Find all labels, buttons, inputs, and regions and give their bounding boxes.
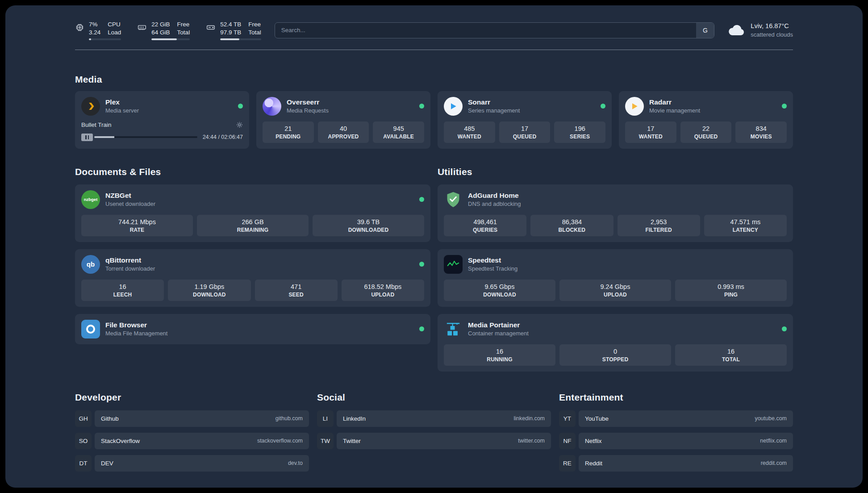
status-online-dot	[782, 326, 787, 331]
overseerr-card[interactable]: Overseerr Media Requests 21PENDING 40APP…	[256, 91, 430, 149]
memory-total-value: 64 GiB	[151, 29, 170, 37]
search-bar: G	[275, 22, 715, 38]
nzbget-card[interactable]: nzbget NZBGet Usenet downloader 744.21 M…	[75, 184, 430, 242]
stat-value: 47.571 ms	[706, 218, 785, 226]
top-bar: 7%3.24 CPULoad 22 GiB64 GiB Fr	[75, 5, 793, 40]
filebrowser-card[interactable]: File Browser Media File Management	[75, 314, 430, 344]
app-subtitle: Usenet downloader	[105, 201, 155, 207]
memory-progress-bar	[151, 38, 190, 40]
stat-value: 17	[627, 125, 675, 132]
hard-drive-icon	[206, 23, 216, 32]
sonarr-card[interactable]: Sonarr Series management 485WANTED 17QUE…	[438, 91, 612, 149]
app-subtitle: Media server	[105, 107, 139, 114]
stat-value: 2,953	[619, 218, 698, 226]
playback-progress: 24:44 / 02:06:47	[81, 134, 243, 141]
stat-box: 485WANTED	[444, 121, 495, 143]
app-name: Radarr	[649, 98, 700, 106]
stat-value: 266 GB	[199, 218, 307, 226]
stat-box: 2,953FILTERED	[618, 215, 700, 236]
bookmark-name: DEV	[101, 460, 113, 467]
adguard-card[interactable]: AdGuard Home DNS and adblocking 498,461Q…	[438, 184, 793, 242]
cpu-value: 7%	[89, 21, 100, 29]
bookmark-abbr: GH	[75, 410, 92, 427]
bookmark-twitter[interactable]: TW Twittertwitter.com	[317, 433, 551, 449]
memory-free-label: Free	[177, 21, 190, 29]
speedtest-card[interactable]: Speedtest Speedtest Tracking 9.65 GbpsDO…	[438, 249, 793, 307]
stat-value: 21	[264, 125, 312, 132]
disk-total-label: Total	[248, 29, 261, 37]
app-name: File Browser	[105, 321, 167, 329]
portainer-card[interactable]: Media Portainer Container management 16R…	[438, 314, 793, 372]
bookmark-abbr: NF	[559, 433, 576, 449]
weather-location: Lviv, 16.87°C	[751, 22, 793, 31]
app-name: Speedtest	[468, 256, 517, 264]
bookmark-name: Reddit	[585, 460, 602, 467]
stat-box: 9.65 GbpsDOWNLOAD	[444, 280, 555, 301]
stat-box: 618.52 MbpsUPLOAD	[342, 280, 424, 301]
section-title-media: Media	[75, 74, 793, 85]
disk-total-value: 97.9 TB	[220, 29, 241, 37]
bookmark-name: Twitter	[343, 438, 361, 444]
filebrowser-icon	[81, 320, 100, 338]
bookmark-url: reddit.com	[761, 460, 787, 466]
bookmark-url: linkedin.com	[514, 415, 545, 422]
stat-box: 498,461QUERIES	[444, 215, 526, 236]
stat-box: 39.6 TBDOWNLOADED	[313, 215, 424, 236]
app-subtitle: Torrent downloader	[105, 265, 155, 272]
stat-label: UPLOAD	[561, 292, 669, 298]
bookmark-stackoverflow[interactable]: SO StackOverflowstackoverflow.com	[75, 433, 309, 449]
stat-label: DOWNLOAD	[446, 292, 554, 298]
status-online-dot	[419, 104, 424, 109]
stat-label: RUNNING	[446, 356, 554, 363]
bookmark-linkedin[interactable]: LI LinkedInlinkedin.com	[317, 410, 551, 427]
memory-monitor: 22 GiB64 GiB FreeTotal	[137, 21, 190, 40]
stat-box: 16TOTAL	[675, 344, 787, 366]
app-subtitle: Speedtest Tracking	[468, 265, 517, 272]
bookmark-youtube[interactable]: YT YouTubeyoutube.com	[559, 410, 793, 427]
qbittorrent-card[interactable]: qb qBittorrent Torrent downloader 16LEEC…	[75, 249, 430, 307]
stat-box: 16LEECH	[81, 280, 164, 301]
stat-value: 17	[501, 125, 549, 132]
sonarr-icon	[444, 97, 463, 116]
cpu-progress-bar	[89, 38, 121, 40]
search-input[interactable]	[275, 22, 715, 38]
bookmark-abbr: LI	[317, 410, 334, 427]
stat-label: MOVIES	[737, 134, 785, 140]
cpu-label: CPU	[108, 21, 121, 29]
bookmark-url: twitter.com	[518, 438, 545, 444]
stat-label: QUERIES	[446, 227, 525, 233]
stat-value: 0	[561, 348, 669, 355]
stat-box: 40APPROVED	[318, 121, 369, 143]
status-online-dot	[782, 104, 787, 109]
stat-box: 21PENDING	[263, 121, 314, 143]
bookmark-github[interactable]: GH Githubgithub.com	[75, 410, 309, 427]
nzbget-icon: nzbget	[81, 190, 100, 209]
pause-button[interactable]	[81, 134, 93, 141]
stat-box: 86,384BLOCKED	[530, 215, 613, 236]
stat-label: SEED	[257, 292, 336, 298]
status-online-dot	[419, 262, 424, 267]
plex-card[interactable]: Plex Media server Bullet Train 24:44 / 0	[75, 91, 249, 149]
stat-label: REMAINING	[199, 227, 307, 233]
bookmark-dev[interactable]: DT DEVdev.to	[75, 455, 309, 472]
bookmark-netflix[interactable]: NF Netflixnetflix.com	[559, 433, 793, 449]
search-engine-button[interactable]: G	[696, 23, 714, 38]
stat-box: 47.571 msLATENCY	[704, 215, 787, 236]
disk-monitor: 52.4 TB97.9 TB FreeTotal	[206, 21, 261, 40]
stat-box: 22QUEUED	[680, 121, 732, 143]
stat-box: 744.21 MbpsRATE	[81, 215, 193, 236]
stat-value: 471	[257, 283, 336, 290]
stat-box: 0STOPPED	[559, 344, 671, 366]
stat-box: 1.19 GbpsDOWNLOAD	[168, 280, 250, 301]
gear-icon[interactable]	[236, 121, 243, 128]
app-name: qBittorrent	[105, 256, 155, 264]
plex-icon	[81, 97, 100, 116]
bookmark-reddit[interactable]: RE Redditreddit.com	[559, 455, 793, 472]
app-subtitle: DNS and adblocking	[468, 201, 521, 207]
stat-value: 9.24 Gbps	[561, 283, 669, 290]
radarr-card[interactable]: Radarr Movie management 17WANTED 22QUEUE…	[619, 91, 793, 149]
stat-value: 834	[737, 125, 785, 132]
app-name: Media Portainer	[468, 321, 529, 329]
memory-stick-icon	[137, 23, 147, 32]
cpu-load-value: 3.24	[89, 29, 100, 37]
